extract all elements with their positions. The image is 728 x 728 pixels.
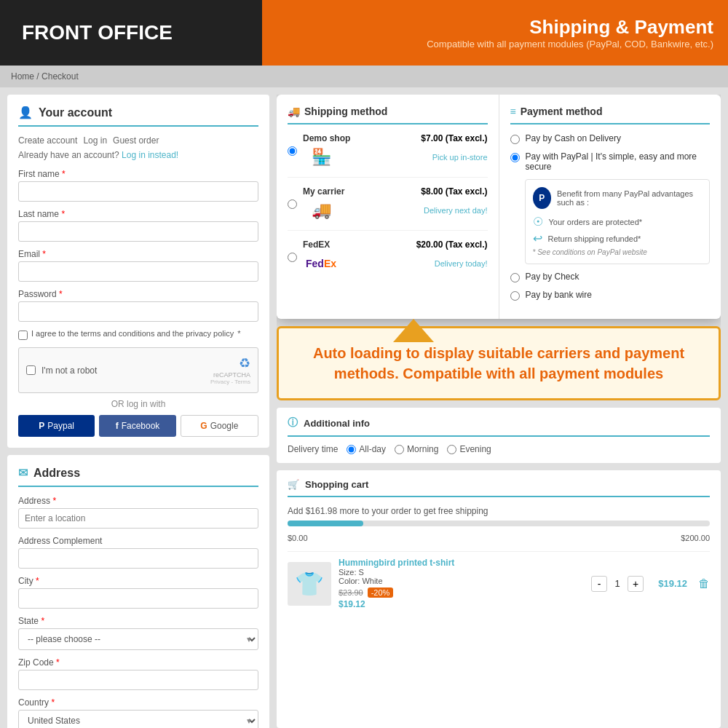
delivery-radio-evening[interactable] [447,445,456,454]
address-section: ✉ Address Address * Address Complement C… [7,455,269,728]
paypal-button[interactable]: P Paypal [18,415,95,437]
payment-radio-paypal[interactable] [510,153,520,162]
facebook-button[interactable]: f Facebook [99,415,175,437]
city-row: City * [18,576,258,609]
header-left: FRONT OFFICE [0,0,262,66]
account-title: Your account [39,106,112,119]
payment-radio-bankwire[interactable] [510,291,520,301]
payment-option-cod: Pay by Cash on Delivery [510,133,711,144]
country-label: Country * [18,697,258,708]
delivery-allday[interactable]: All-day [347,444,386,454]
state-select[interactable]: -- please choose -- [18,628,258,650]
payment-option-paypal: Pay with PayPal | It's simple, easy and … [510,151,711,172]
progress-bar-fill [288,521,363,526]
delivery-time: Delivery time All-day Morning Evening [288,444,710,454]
paypal-benefits: P Benefit from many PayPal advantages su… [525,179,711,264]
shipping-radio-carrier[interactable] [288,199,297,209]
payment-radio-check[interactable] [510,273,520,282]
payment-option-bankwire: Pay by bank wire [510,290,711,301]
terms-row: I agree to the terms and conditions and … [18,329,258,340]
city-label: City * [18,576,258,586]
shipping-price-fedex: $20.00 (Tax excl.) [416,240,488,250]
shipping-payment-title: Shipping & Payment [529,16,713,39]
address-title: Address [33,467,80,480]
login-instead-link[interactable]: Log in instead! [122,150,178,160]
delivery-evening[interactable]: Evening [447,444,491,454]
paypal-benefit-1: Your orders are protected* [549,218,643,226]
cart-item-size: Size: S [339,568,584,577]
paypal-logo: P [533,187,552,209]
google-button[interactable]: G Google [181,415,258,437]
shipping-method-title: Shipping method [304,106,387,117]
payment-radio-cod[interactable] [510,135,520,144]
progress-labels: $0.00 $200.00 [288,534,710,542]
email-label: Email * [18,249,258,259]
delivery-morning[interactable]: Morning [395,444,438,454]
shipping-radio-fedex[interactable] [288,253,297,262]
address-input[interactable] [18,508,258,529]
shipping-name-fedex: FedEX [303,240,330,250]
terms-checkbox[interactable] [18,331,28,340]
quantity-increase-button[interactable]: + [628,576,644,592]
captcha-checkbox[interactable] [26,365,36,375]
shipping-column: 🚚 Shipping method Demo shop $7.00 (Tax e… [277,95,499,319]
shipping-radio-demo[interactable] [288,146,297,156]
paypal-benefit-header: Benefit from many PayPal advantages such… [557,189,702,207]
payment-column: ≡ Payment method Pay by Cash on Delivery… [499,95,721,319]
delivery-radio-morning[interactable] [395,445,404,454]
additional-info-title: Additional info [304,418,370,429]
shopping-cart-title: Shopping cart [305,479,368,490]
firstname-label: First name * [18,169,258,179]
complement-input[interactable] [18,548,258,569]
header: FRONT OFFICE Shipping & Payment Compatib… [0,0,728,66]
quantity-decrease-button[interactable]: - [591,576,607,592]
cart-item-color: Color: White [339,577,584,585]
zip-input[interactable] [18,670,258,690]
firstname-input[interactable] [18,181,258,202]
password-label: Password * [18,289,258,299]
fedex-logo: FedEx [306,258,336,269]
payment-label-paypal: Pay with PayPal | It's simple, easy and … [526,151,711,172]
or-login-text: OR log in with [18,399,258,409]
cart-item-name: Hummingbird printed t-shirt [339,558,584,568]
country-row: Country * United States [18,697,258,728]
country-select[interactable]: United States [18,710,258,728]
breadcrumb-home[interactable]: Home [11,71,34,82]
complement-row: Address Complement [18,536,258,569]
carrier-truck-icon: 🚚 [312,201,331,220]
paypal-disclaimer: * See conditions on PayPal website [533,248,703,256]
lastname-input[interactable] [18,221,258,242]
front-office-title: FRONT OFFICE [22,21,173,44]
cart-item-original-price: $23.90 [339,588,363,597]
paypal-benefit-2: Return shipping refunded* [548,234,641,243]
payment-option-check: Pay by Check [510,272,711,282]
captcha-label-text: I'm not a robot [41,365,97,376]
city-input[interactable] [18,588,258,609]
payment-label-bankwire: Pay by bank wire [526,290,592,300]
address-icon: ✉ [18,466,28,480]
cart-item-discount: -20% [368,587,394,598]
already-text: Already have an account? [18,150,119,160]
shipping-payment-card: 🚚 Shipping method Demo shop $7.00 (Tax e… [277,95,721,319]
terms-text: I agree to the terms and conditions and … [31,329,234,338]
email-input[interactable] [18,261,258,282]
shopping-cart-section: 🛒 Shopping cart Add $161.98 more to your… [277,470,721,728]
shipping-method-icon: 🚚 [288,106,300,117]
password-row: Password * [18,289,258,322]
delivery-radio-allday[interactable] [347,445,356,454]
delete-item-button[interactable]: 🗑 [698,577,710,590]
payment-method-title: Payment method [521,106,603,117]
shipping-price-demo: $7.00 (Tax excl.) [421,133,487,143]
payment-method-icon: ≡ [510,106,516,117]
login-link[interactable]: Log in [83,135,107,146]
guest-order-link[interactable]: Guest order [113,135,159,146]
delivery-time-label: Delivery time [288,444,338,454]
progress-bar [288,521,710,526]
zip-label: Zip Code * [18,657,258,668]
paypal-p-icon: P [39,421,44,431]
cart-item: 👕 Hummingbird printed t-shirt Size: S Co… [288,551,710,615]
password-input[interactable] [18,301,258,322]
captcha-box: I'm not a robot ♻ reCAPTCHA Privacy - Te… [18,347,258,393]
payment-label-cod: Pay by Cash on Delivery [526,133,621,143]
create-account-link[interactable]: Create account [18,135,77,146]
